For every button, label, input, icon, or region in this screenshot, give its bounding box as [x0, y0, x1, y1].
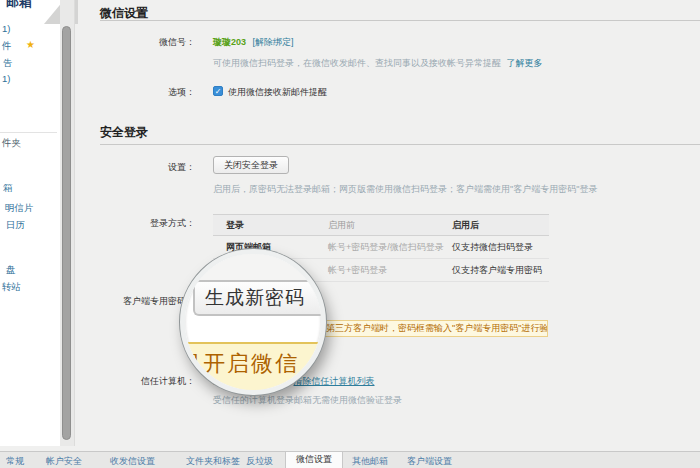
close-secure-login-button[interactable]: 关闭安全登录 [213, 156, 289, 174]
clear-trusted-link[interactable]: 清除信任计算机列表 [294, 376, 375, 386]
sidebar-item-ads[interactable]: 告 [3, 57, 13, 70]
generate-new-password-button[interactable]: 生成新密码 [193, 280, 326, 316]
sidebar-item-transfer[interactable]: 转站 [2, 281, 21, 294]
check-icon: ✓ [214, 87, 222, 96]
sidebar-item-starred[interactable]: 件 [2, 40, 12, 53]
section-divider [100, 20, 700, 21]
sidebar-item-box[interactable]: 箱 [3, 182, 13, 195]
security-section-title: 安全登录 [100, 124, 148, 141]
trusted-description: 受信任的计算机登录邮箱无需使用微信验证登录 [213, 394, 402, 407]
magnifier-lens: 生成新密码 已开启微信 [180, 249, 326, 395]
sidebar-divider [0, 132, 57, 133]
settings-label: 设置： [85, 161, 195, 174]
sidebar-scrollbar-thumb[interactable] [62, 26, 71, 440]
sidebar: 邮箱 1) 件 ★ 告 1) 件夹 箱 明信片 日历 盘 转站 [0, 0, 60, 446]
table-header-before: 启用前 [328, 215, 452, 235]
client-password-label: 客户端专用密码： [85, 295, 195, 308]
sidebar-item-inbox[interactable]: 1) [2, 23, 10, 34]
learn-more-link[interactable]: 了解更多 [507, 58, 543, 68]
wechat-notify-checkbox-label: 使用微信接收新邮件提醒 [228, 86, 327, 99]
tab-send-receive[interactable]: 收发信设置 [110, 455, 155, 468]
wechat-notify-checkbox[interactable]: ✓ [213, 86, 223, 96]
tab-other-mailbox[interactable]: 其他邮箱 [352, 455, 388, 468]
trusted-computer-label: 信任计算机： [85, 375, 195, 388]
login-method-label: 登录方式： [85, 217, 195, 230]
wechat-description: 可使用微信扫码登录，在微信收发邮件、查找同事以及接收帐号异常提醒 了解更多 [213, 57, 543, 70]
wechat-id-label: 微信号： [85, 36, 195, 49]
sidebar-item-drafts[interactable]: 1) [2, 73, 10, 84]
table-header-row: 登录 启用前 启用后 [213, 214, 549, 236]
security-description: 启用后，原密码无法登录邮箱；网页版需使用微信扫码登录；客户端需使用"客户端专用密… [213, 183, 597, 196]
star-icon: ★ [26, 39, 35, 50]
tab-wechat-settings-active[interactable]: 微信设置 [285, 452, 343, 468]
table-header-after: 启用后 [452, 215, 549, 235]
mail-settings-page: 邮箱 1) 件 ★ 告 1) 件夹 箱 明信片 日历 盘 转站 微信设置 微信号… [0, 0, 700, 468]
tab-account-security[interactable]: 帐户安全 [46, 455, 82, 468]
sidebar-item-folders[interactable]: 件夹 [2, 137, 21, 150]
options-label: 选项： [85, 86, 195, 99]
sidebar-item-disk[interactable]: 盘 [6, 264, 16, 277]
tab-folders-labels[interactable]: 文件夹和标签 [186, 455, 240, 468]
tab-general[interactable]: 常规 [6, 455, 24, 468]
tab-client-settings[interactable]: 客户端设置 [407, 455, 452, 468]
table-header-login: 登录 [213, 215, 328, 235]
sidebar-item-postcard[interactable]: 明信片 [5, 202, 34, 215]
unbind-link[interactable]: [解除绑定] [253, 37, 294, 47]
section-divider [100, 144, 700, 145]
sidebar-tab-fragment: 邮箱 [6, 0, 32, 11]
tab-antispam[interactable]: 反垃圾 [246, 455, 273, 468]
settings-tab-bar: 常规 帐户安全 收发信设置 文件夹和标签 反垃圾 微信设置 其他邮箱 客户端设置 [0, 451, 700, 468]
wechat-id-row: 璇璇203 [解除绑定] [213, 36, 294, 49]
wechat-id-value: 璇璇203 [213, 37, 246, 47]
sidebar-item-calendar[interactable]: 日历 [6, 219, 25, 232]
